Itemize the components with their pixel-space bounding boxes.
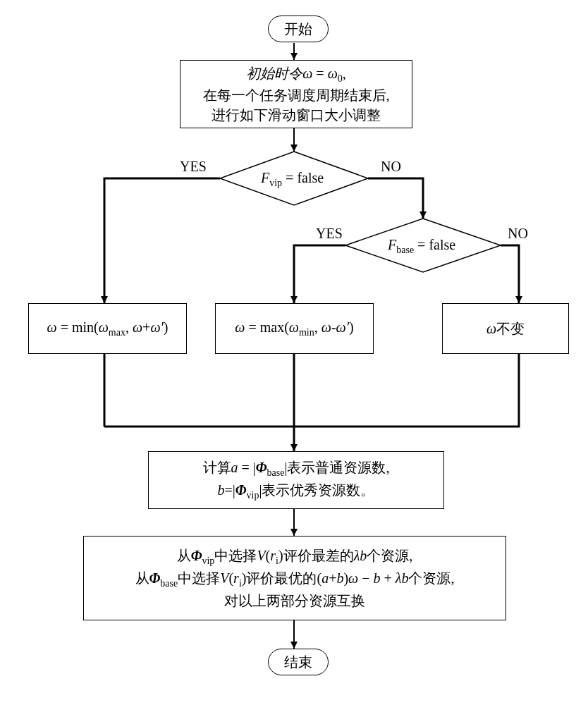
swap-line2: 从Φbase中选择V(ri)评价最优的(a+b)ω − b + λb个资源, (135, 568, 455, 591)
init-process: 初始时令ω = ω0, 在每一个任务调度周期结束后, 进行如下滑动窗口大小调整 (180, 60, 412, 128)
d1-yes-label: YES (180, 159, 207, 175)
calc-line1: 计算a = |Φbase|表示普通资源数, (203, 458, 390, 480)
decision-fbase: Fbase = false (388, 237, 455, 256)
d1-no-label: NO (381, 159, 401, 175)
swap-process: 从Φvip中选择V(ri)评价最差的λb个资源, 从Φbase中选择V(ri)评… (83, 536, 506, 620)
action-unchanged: ω不变 (442, 303, 569, 354)
init-line2: 在每一个任务调度周期结束后, (203, 85, 390, 105)
swap-line1: 从Φvip中选择V(ri)评价最差的λb个资源, (177, 546, 413, 568)
action-decrease-text: ω = max(ωmin, ω-ω') (235, 317, 353, 340)
start-terminator: 开始 (268, 16, 329, 42)
calc-process: 计算a = |Φbase|表示普通资源数, b=|Φvip|表示优秀资源数。 (148, 451, 444, 509)
action-increase: ω = min(ωmax, ω+ω') (28, 303, 187, 354)
end-label: 结束 (284, 652, 312, 672)
start-label: 开始 (284, 19, 312, 39)
end-terminator: 结束 (268, 649, 329, 675)
action-unchanged-text: ω不变 (486, 319, 525, 338)
init-line1: 初始时令ω = ω0, (246, 63, 346, 86)
action-decrease: ω = max(ωmin, ω-ω') (215, 303, 374, 354)
calc-line2: b=|Φvip|表示优秀资源数。 (218, 480, 375, 503)
decision-fvip: Fvip = false (261, 170, 324, 189)
d2-yes-label: YES (316, 226, 343, 242)
action-increase-text: ω = min(ωmax, ω+ω') (47, 317, 169, 340)
init-line3: 进行如下滑动窗口大小调整 (212, 105, 381, 125)
swap-line3: 对以上两部分资源互换 (224, 591, 365, 611)
d2-no-label: NO (508, 226, 528, 242)
